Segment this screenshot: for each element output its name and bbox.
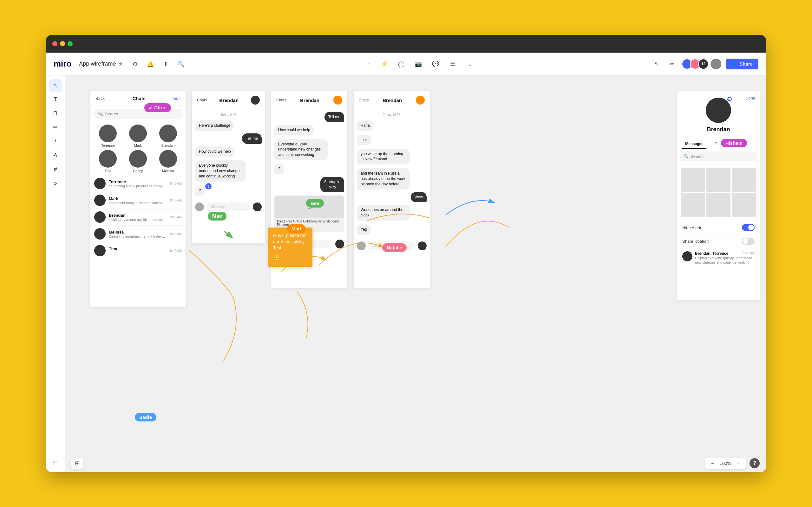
profile-search[interactable]: 🔍 Search xyxy=(680,152,757,161)
conv1-send-btn[interactable] xyxy=(253,203,262,211)
contact-brendan[interactable]: Brendan xyxy=(157,124,179,147)
contact-tina[interactable]: Tina xyxy=(97,150,119,173)
conv1-avatar xyxy=(251,96,260,105)
media-cell-3[interactable] xyxy=(732,168,756,192)
chat-list-item-mark[interactable]: Mark Implement many new ideas and sugges… xyxy=(90,192,186,209)
bottom-right: − 100% + ? xyxy=(705,458,760,469)
chat-list-item-terrence[interactable]: Terrence Launching a new product as a fu… xyxy=(90,175,186,192)
search-icon[interactable]: 🔍 xyxy=(176,59,186,69)
lightning-icon[interactable]: ⚡ xyxy=(378,58,390,70)
contact-mark[interactable]: Mark xyxy=(127,124,149,147)
fullscreen-button[interactable] xyxy=(67,41,72,46)
toggle-location-switch[interactable] xyxy=(742,238,755,245)
profile-badge: 💬 xyxy=(727,96,732,102)
chats-back2[interactable]: Chats xyxy=(276,98,286,102)
chat-avatar xyxy=(94,178,106,189)
conv1-input[interactable]: Message xyxy=(206,203,250,211)
media-cell-6[interactable] xyxy=(732,193,756,217)
done-button[interactable]: Done xyxy=(745,96,755,101)
minimize-button[interactable] xyxy=(60,41,65,46)
mae-cursor-label: Mae xyxy=(212,213,222,219)
text-tool[interactable]: T xyxy=(49,93,62,106)
tab-messages[interactable]: Messages xyxy=(682,139,706,149)
toggle-location-row: Share location xyxy=(677,234,760,248)
left-toolbar: ↖ T 🗒 ✏ / A # » ↩ xyxy=(46,75,65,472)
chat-info: Tina ... xyxy=(109,246,167,255)
timer-icon[interactable]: ◯ xyxy=(396,58,407,70)
pages-button[interactable]: ⊞ xyxy=(71,458,83,469)
close-button[interactable] xyxy=(52,41,57,46)
conv2-title: Brendan xyxy=(300,98,319,103)
canvas-area[interactable]: ↙ Chris Back Chats Edit 🔍 Search Terre xyxy=(65,75,766,472)
pencil-tool[interactable]: ✏ xyxy=(49,121,62,134)
chats-back[interactable]: Chats xyxy=(197,98,207,102)
conv2-send-btn[interactable] xyxy=(335,239,344,248)
media-cell-5[interactable] xyxy=(706,193,730,217)
zoom-out-button[interactable]: − xyxy=(709,459,716,467)
chat-time: 9:40 AM xyxy=(170,182,182,185)
toggle-location-label: Share location xyxy=(682,239,709,244)
favorite-icon[interactable]: ★ xyxy=(118,61,123,67)
main-area: ↖ T 🗒 ✏ / A # » ↩ xyxy=(46,75,766,472)
cursor-chris: ↙ Chris xyxy=(144,103,171,112)
contact-name: Terrence xyxy=(101,144,115,147)
convo-item[interactable]: Brendan, Terrence 9:40 AM Helping everyo… xyxy=(677,248,760,268)
msg-tell-me: Tell me xyxy=(242,133,262,144)
camera-icon[interactable]: 📷 xyxy=(413,58,424,70)
contact-name: Melissa xyxy=(162,169,174,173)
notifications-icon[interactable]: 🔔 xyxy=(146,59,155,69)
select-tool[interactable]: ↖ xyxy=(49,79,62,92)
contact-terrence[interactable]: Terrence xyxy=(97,124,119,147)
more-icon[interactable]: ⌄ xyxy=(464,58,475,70)
media-cell-4[interactable] xyxy=(681,193,705,217)
conv1-mic-btn[interactable] xyxy=(195,203,204,211)
toggle-knob xyxy=(748,225,754,230)
sticky-note[interactable]: Guys, please run our Accessibility Test … xyxy=(268,228,312,267)
cursor-tool-icon[interactable]: ↖ xyxy=(651,58,663,70)
msg-question2: ? xyxy=(274,164,284,174)
forward-icon[interactable]: → xyxy=(361,58,373,70)
undo-tool[interactable]: ↩ xyxy=(49,456,62,468)
zoom-in-button[interactable]: + xyxy=(734,459,742,467)
line-tool[interactable]: / xyxy=(49,135,62,148)
edit-button[interactable]: Edit xyxy=(173,96,181,101)
chat-info: Melissa Direct implementation and the de… xyxy=(109,230,167,238)
upload-icon[interactable]: ⬆ xyxy=(161,59,170,69)
more-tools[interactable]: » xyxy=(49,177,62,189)
matt-cursor-label: Matt xyxy=(292,226,301,231)
conv3-mic-btn[interactable] xyxy=(357,241,366,250)
pen-icon[interactable]: ✏ xyxy=(666,58,678,70)
msg-question: ? xyxy=(195,185,205,196)
msg-challenge: Here's a challenge xyxy=(195,120,234,131)
media-grid xyxy=(677,164,760,221)
chat-list-item-brendan[interactable]: Brendan Helping everyone quickly underst… xyxy=(90,209,186,226)
chat-avatar xyxy=(94,211,106,223)
conv3-send-btn[interactable] xyxy=(418,241,426,250)
toggle-alerts-switch[interactable] xyxy=(742,224,755,231)
contact-casey[interactable]: Casey xyxy=(127,150,149,173)
shape-tool[interactable]: A xyxy=(49,149,62,162)
chat-icon[interactable]: 💬 xyxy=(430,58,441,70)
media-cell-1[interactable] xyxy=(681,168,705,192)
chat-list-item-tina[interactable]: Tina ... 9:40 AM xyxy=(90,242,186,259)
chat-time: 9:40 AM xyxy=(170,232,182,236)
chats-back3[interactable]: Chats xyxy=(359,98,368,102)
help-button[interactable]: ? xyxy=(750,458,760,468)
contact-name: Brendan xyxy=(161,144,175,147)
frame-tool[interactable]: # xyxy=(49,163,62,176)
sticky-tool[interactable]: 🗒 xyxy=(49,107,62,120)
share-button[interactable]: 👤 Share xyxy=(726,59,758,69)
sticky-emoji: 😊 xyxy=(273,254,307,262)
media-cell-2[interactable] xyxy=(706,168,730,192)
miro-logo: miro xyxy=(54,59,71,69)
settings-icon[interactable]: ⚙ xyxy=(131,59,140,69)
convo-time: 9:40 AM xyxy=(743,251,755,256)
contact-melissa[interactable]: Melissa xyxy=(157,150,179,173)
menu-icon[interactable]: ☰ xyxy=(447,58,458,70)
back-button[interactable]: Back xyxy=(96,96,105,101)
chat-info: Terrence Launching a new product as a fu… xyxy=(109,179,167,188)
user-avatar[interactable] xyxy=(710,58,722,70)
toolbar: miro App wireframe ★ ⚙ 🔔 ⬆ 🔍 → ⚡ ◯ 📷 💬 ☰… xyxy=(46,53,766,75)
chat-list-item-melissa[interactable]: Melissa Direct implementation and the de… xyxy=(90,226,186,242)
contact-name: Mark xyxy=(134,144,142,147)
